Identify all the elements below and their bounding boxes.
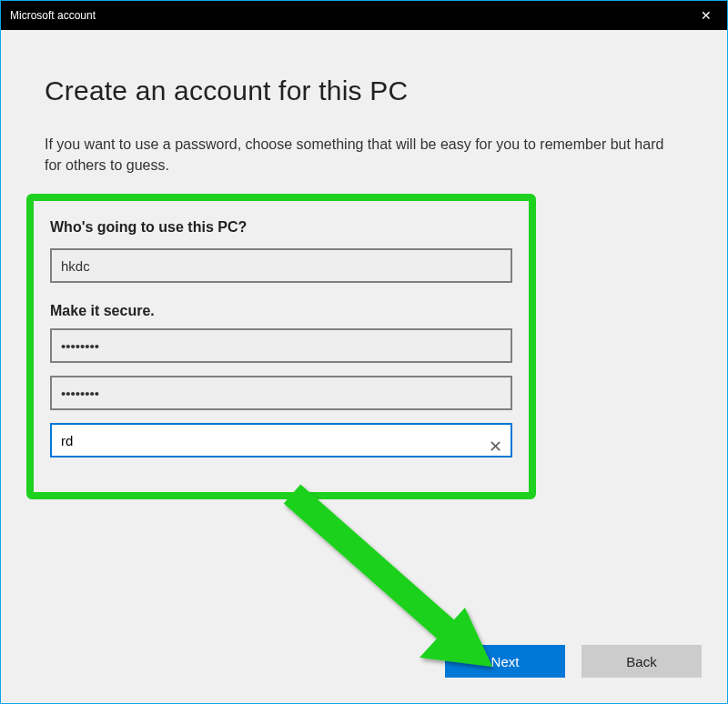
username-input[interactable] [50,248,512,283]
password-group: ✕ [50,328,512,470]
window-title: Microsoft account [10,9,96,22]
clear-input-icon[interactable]: ✕ [483,435,507,458]
password-section-label: Make it secure. [50,303,512,319]
page-title: Create an account for this PC [45,75,683,106]
form-highlight-box: Who's going to use this PC? Make it secu… [26,194,536,499]
dialog-window: Microsoft account ✕ Create an account fo… [0,0,728,704]
back-button[interactable]: Back [581,645,702,678]
next-button[interactable]: Next [445,645,565,678]
titlebar: Microsoft account ✕ [1,1,727,30]
close-icon[interactable]: ✕ [685,1,727,30]
button-bar: Next Back [445,645,702,678]
page-description: If you want to use a password, choose so… [45,134,683,176]
hint-input-wrapper: ✕ [50,423,512,470]
username-label: Who's going to use this PC? [50,219,512,236]
password-hint-input[interactable] [50,423,512,458]
password-input[interactable] [50,328,512,363]
content-area: Create an account for this PC If you wan… [1,30,727,703]
password-confirm-input[interactable] [50,376,512,410]
